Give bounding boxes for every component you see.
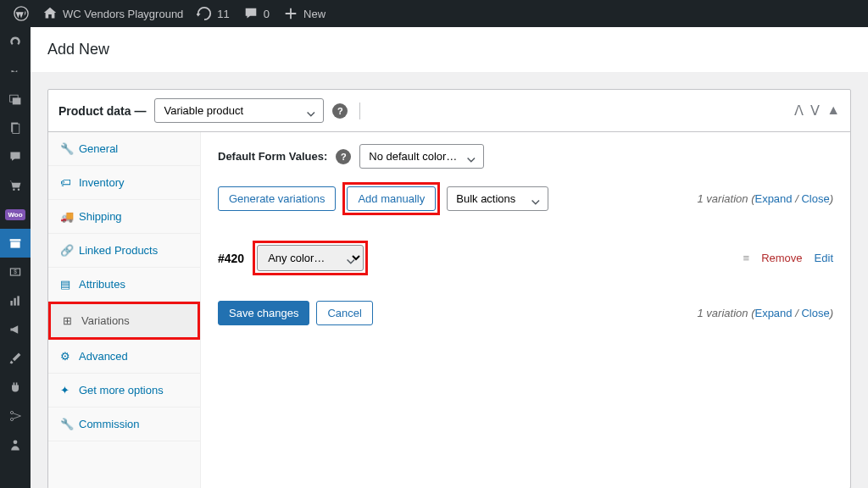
svg-point-14 bbox=[10, 411, 13, 413]
default-values-row: Default Form Values: ? No default color… bbox=[218, 144, 833, 169]
tab-general[interactable]: 🔧 General bbox=[48, 132, 200, 166]
svg-text:$: $ bbox=[14, 269, 17, 274]
bulk-actions-select[interactable]: Bulk actions bbox=[447, 186, 548, 211]
comment-icon bbox=[8, 150, 22, 164]
scissors-icon bbox=[8, 409, 22, 423]
tab-label: Get more options bbox=[79, 384, 164, 396]
sidebar-pin[interactable] bbox=[0, 56, 31, 85]
generate-variations-button[interactable]: Generate variations bbox=[218, 186, 336, 211]
drag-handle-icon[interactable]: ≡ bbox=[743, 252, 750, 264]
tab-inventory[interactable]: 🏷 Inventory bbox=[48, 166, 200, 200]
svg-point-15 bbox=[10, 418, 13, 420]
tab-label: Inventory bbox=[79, 176, 124, 189]
new-label: New bbox=[303, 8, 326, 20]
svg-rect-2 bbox=[13, 97, 21, 104]
svg-rect-13 bbox=[17, 296, 19, 305]
chevron-up-icon[interactable]: ᐱ bbox=[794, 103, 804, 119]
comments-link[interactable]: 0 bbox=[236, 0, 276, 27]
sparkle-icon: ✦ bbox=[60, 384, 72, 396]
media-icon bbox=[8, 92, 22, 106]
product-tabs: 🔧 General 🏷 Inventory 🚚 Shipping 🔗 Linke… bbox=[48, 132, 201, 488]
sidebar-users[interactable] bbox=[0, 430, 31, 459]
sidebar-products[interactable] bbox=[0, 229, 31, 258]
wp-admin-bar: WC Vendors Playground 11 0 New bbox=[0, 0, 868, 27]
tab-shipping[interactable]: 🚚 Shipping bbox=[48, 200, 200, 234]
tab-attributes[interactable]: ▤ Attributes bbox=[48, 268, 200, 302]
tab-linked-products[interactable]: 🔗 Linked Products bbox=[48, 234, 200, 268]
default-values-select[interactable]: No default color… bbox=[359, 144, 484, 169]
sidebar-comments[interactable] bbox=[0, 142, 31, 171]
update-icon bbox=[197, 6, 212, 21]
help-icon[interactable]: ? bbox=[336, 149, 351, 164]
add-manually-button[interactable]: Add manually bbox=[347, 186, 436, 211]
sidebar-money[interactable]: $ bbox=[0, 258, 31, 286]
tab-label: Advanced bbox=[79, 350, 128, 363]
tab-more-options[interactable]: ✦ Get more options bbox=[48, 374, 200, 408]
help-icon[interactable]: ? bbox=[332, 103, 348, 119]
default-values-label: Default Form Values: bbox=[218, 150, 327, 163]
product-data-panel: Product data — Variable product ? ᐱ ᐯ ▲ … bbox=[47, 89, 851, 488]
page-header: Add New bbox=[31, 27, 868, 72]
cancel-button[interactable]: Cancel bbox=[316, 301, 372, 325]
wp-logo[interactable] bbox=[7, 0, 36, 27]
sidebar-tools[interactable] bbox=[0, 402, 31, 430]
sidebar-dashboard[interactable] bbox=[0, 27, 31, 56]
expand-link[interactable]: Expand bbox=[754, 192, 792, 205]
divider bbox=[359, 103, 360, 119]
variation-attribute-select[interactable]: Any color… bbox=[257, 245, 364, 271]
cart-icon bbox=[8, 179, 22, 192]
tab-label: Attributes bbox=[79, 278, 125, 291]
updates-link[interactable]: 11 bbox=[190, 0, 236, 27]
tab-label: Shipping bbox=[79, 210, 122, 223]
svg-rect-4 bbox=[13, 124, 19, 133]
close-link[interactable]: Close bbox=[801, 307, 829, 319]
brush-icon bbox=[8, 352, 22, 365]
comment-icon bbox=[243, 6, 259, 21]
link-icon: 🔗 bbox=[60, 244, 72, 257]
svg-rect-7 bbox=[10, 239, 21, 241]
tab-commission[interactable]: 🔧 Commission bbox=[48, 408, 200, 441]
collapse-icon[interactable]: ▲ bbox=[826, 103, 840, 119]
woo-icon: Woo bbox=[5, 209, 25, 220]
product-type-select[interactable]: Variable product bbox=[154, 98, 324, 123]
pin-icon bbox=[8, 64, 22, 77]
sidebar-marketing[interactable] bbox=[0, 315, 31, 344]
sidebar-analytics[interactable] bbox=[0, 286, 31, 315]
user-icon bbox=[8, 438, 22, 452]
remove-link[interactable]: Remove bbox=[761, 252, 802, 264]
chart-icon bbox=[8, 294, 22, 308]
site-home-link[interactable]: WC Vendors Playground bbox=[36, 0, 190, 27]
sidebar-woo[interactable]: Woo bbox=[0, 200, 31, 229]
sidebar-plugins[interactable] bbox=[0, 373, 31, 402]
variation-id: #420 bbox=[218, 252, 244, 265]
archive-icon bbox=[8, 236, 22, 250]
sidebar-media[interactable] bbox=[0, 85, 31, 114]
wordpress-icon bbox=[14, 6, 29, 21]
expand-link[interactable]: Expand bbox=[754, 307, 792, 319]
tab-label: Variations bbox=[81, 314, 130, 327]
variation-count-top: 1 variation (Expand / Close) bbox=[698, 192, 833, 205]
sidebar-pages[interactable] bbox=[0, 114, 31, 142]
close-link[interactable]: Close bbox=[801, 192, 829, 205]
edit-link[interactable]: Edit bbox=[815, 252, 833, 264]
save-changes-button[interactable]: Save changes bbox=[218, 301, 309, 325]
variation-row: #420 Any color… ≡ Remove Edit bbox=[218, 232, 833, 284]
tab-variations[interactable]: ⊞ Variations bbox=[48, 302, 200, 340]
sidebar-cart[interactable] bbox=[0, 171, 31, 200]
money-icon: $ bbox=[8, 265, 22, 279]
save-row: Save changes Cancel 1 variation (Expand … bbox=[218, 301, 833, 325]
variation-actions: ≡ Remove Edit bbox=[743, 252, 833, 264]
chevron-down-icon[interactable]: ᐯ bbox=[810, 103, 820, 119]
svg-point-5 bbox=[13, 189, 14, 191]
new-content-link[interactable]: New bbox=[276, 0, 332, 27]
svg-rect-11 bbox=[10, 301, 12, 306]
comments-count: 0 bbox=[264, 8, 270, 20]
site-name: WC Vendors Playground bbox=[63, 8, 183, 20]
gear-icon: ⚙ bbox=[60, 350, 72, 363]
panel-controls: ᐱ ᐯ ▲ bbox=[794, 103, 840, 119]
wp-sidebar: Woo $ bbox=[0, 27, 31, 488]
home-icon bbox=[42, 6, 58, 21]
svg-point-6 bbox=[18, 189, 19, 191]
tab-advanced[interactable]: ⚙ Advanced bbox=[48, 340, 200, 374]
sidebar-appearance[interactable] bbox=[0, 344, 31, 373]
